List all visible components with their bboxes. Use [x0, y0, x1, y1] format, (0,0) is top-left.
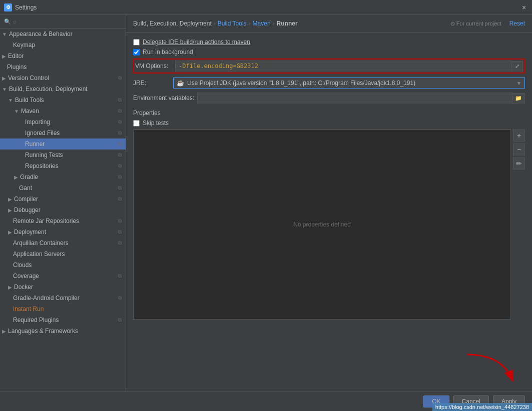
- sidebar-item-label-deployment: Deployment: [14, 228, 46, 236]
- sidebar-item-label-remote-jar: Remote Jar Repositories: [13, 218, 79, 224]
- sidebar-item-label-debugger: Debugger: [14, 206, 41, 214]
- sidebar-item-maven[interactable]: ▼Maven⧉: [0, 106, 126, 116]
- copy-icon-gant: ⧉: [118, 185, 122, 191]
- properties-section: No properties defined + − ✏: [133, 130, 525, 320]
- properties-remove-button[interactable]: −: [513, 144, 525, 156]
- sidebar-item-app-servers[interactable]: Application Servers: [0, 248, 126, 260]
- sidebar-item-label-version-control: Version Control: [8, 74, 49, 82]
- breadcrumb-sep3: ›: [273, 20, 275, 27]
- vm-options-row: VM Options: ⤢: [133, 58, 525, 74]
- copy-icon-gradle: ⧉: [118, 174, 122, 180]
- sidebar-item-label-languages-frameworks: Languages & Frameworks: [8, 328, 78, 334]
- sidebar-item-label-docker: Docker: [14, 284, 33, 290]
- sidebar-item-label-arquillian: Arquillian Containers: [13, 240, 69, 246]
- copy-icon-maven: ⧉: [118, 108, 122, 114]
- search-box: 🔍: [0, 15, 126, 28]
- sidebar-item-running-tests[interactable]: Running Tests⧉: [0, 150, 126, 160]
- sidebar-item-label-appearance: Appearance & Behavior: [9, 30, 73, 38]
- sidebar-item-label-importing: Importing: [25, 118, 50, 126]
- jre-select-wrapper[interactable]: ☕ Use Project JDK (java version "1.8.0_1…: [173, 78, 525, 88]
- copy-icon-running-tests: ⧉: [118, 152, 122, 158]
- sidebar-item-plugins[interactable]: Plugins: [0, 62, 126, 72]
- sidebar-item-gradle[interactable]: ▶Gradle⧉: [0, 172, 126, 182]
- sidebar-item-runner[interactable]: Runner⧉: [0, 138, 126, 150]
- sidebar-item-remote-jar[interactable]: Remote Jar Repositories⧉: [0, 216, 126, 226]
- sidebar-item-build-tools[interactable]: ▼Build Tools⧉: [0, 94, 126, 106]
- sidebar-item-clouds[interactable]: Clouds: [0, 260, 126, 270]
- copy-icon-coverage: ⧉: [118, 273, 122, 279]
- sidebar-item-languages-frameworks[interactable]: ▶Languages & Frameworks: [0, 326, 126, 336]
- properties-header: Properties: [133, 110, 525, 116]
- app-icon: ⚙: [4, 4, 12, 12]
- sidebar: 🔍 ▼Appearance & BehaviorKeymap▶EditorPlu…: [0, 15, 126, 391]
- copy-icon-repositories: ⧉: [118, 163, 122, 169]
- copy-icon-ignored-files: ⧉: [118, 130, 122, 136]
- sidebar-item-version-control[interactable]: ▶Version Control⧉: [0, 72, 126, 84]
- vm-options-input[interactable]: [175, 60, 512, 72]
- sidebar-item-gradle-android[interactable]: Gradle-Android Compiler⧉: [0, 292, 126, 304]
- run-background-checkbox[interactable]: [133, 49, 140, 56]
- breadcrumb-part2[interactable]: Build Tools: [218, 20, 247, 27]
- copy-icon-version-control: ⧉: [118, 75, 122, 81]
- sidebar-item-ignored-files[interactable]: Ignored Files⧉: [0, 128, 126, 138]
- breadcrumb-project: ⊙ For current project: [450, 20, 501, 27]
- sidebar-item-appearance[interactable]: ▼Appearance & Behavior: [0, 28, 126, 40]
- sidebar-item-coverage[interactable]: Coverage⧉: [0, 270, 126, 282]
- sidebar-item-gant[interactable]: Gant⧉: [0, 182, 126, 194]
- sidebar-item-importing[interactable]: Importing⧉: [0, 116, 126, 128]
- properties-add-button[interactable]: +: [513, 130, 525, 142]
- sidebar-item-editor[interactable]: ▶Editor: [0, 50, 126, 62]
- sidebar-item-arquillian[interactable]: Arquillian Containers⧉: [0, 238, 126, 248]
- sidebar-item-repositories[interactable]: Repositories⧉: [0, 160, 126, 172]
- env-vars-label: Environment variables:: [133, 94, 197, 102]
- sidebar-item-label-gradle: Gradle: [20, 174, 38, 180]
- properties-edit-button[interactable]: ✏: [513, 158, 525, 170]
- vm-options-expand-button[interactable]: ⤢: [512, 61, 523, 72]
- sidebar-item-docker[interactable]: ▶Docker: [0, 282, 126, 292]
- breadcrumb-sep1: ›: [214, 20, 216, 27]
- search-input[interactable]: [13, 18, 122, 25]
- sidebar-items: ▼Appearance & BehaviorKeymap▶EditorPlugi…: [0, 28, 126, 336]
- env-vars-input[interactable]: [197, 92, 512, 104]
- skip-tests-checkbox[interactable]: [133, 120, 140, 126]
- sidebar-item-debugger[interactable]: ▶Debugger: [0, 204, 126, 216]
- reset-button[interactable]: Reset: [509, 20, 525, 27]
- vm-options-label: VM Options:: [135, 62, 175, 70]
- main-container: 🔍 ▼Appearance & BehaviorKeymap▶EditorPlu…: [0, 15, 532, 391]
- sidebar-item-label-gradle-android: Gradle-Android Compiler: [13, 294, 80, 302]
- form-content: Delegate IDE build/run actions to maven …: [126, 32, 532, 391]
- sidebar-item-instant-run[interactable]: Instant Run: [0, 304, 126, 314]
- jre-label: JRE:: [133, 80, 173, 86]
- copy-icon-build-tools: ⧉: [118, 97, 122, 103]
- delegate-checkbox[interactable]: [133, 39, 140, 46]
- content-area: Build, Execution, Deployment › Build Too…: [126, 15, 532, 391]
- sidebar-item-label-keymap: Keymap: [13, 42, 35, 48]
- copy-icon-deployment: ⧉: [118, 229, 122, 235]
- jre-select-text: Use Project JDK (java version "1.8.0_191…: [187, 80, 516, 86]
- copy-icon-importing: ⧉: [118, 119, 122, 125]
- sidebar-item-keymap[interactable]: Keymap: [0, 40, 126, 50]
- sidebar-item-deployment[interactable]: ▶Deployment⧉: [0, 226, 126, 238]
- properties-table: No properties defined: [133, 130, 511, 320]
- run-background-checkbox-row: Run in background: [133, 48, 525, 56]
- copy-icon-compiler: ⧉: [118, 196, 122, 202]
- copy-icon-runner: ⧉: [118, 141, 122, 147]
- breadcrumb-bar: Build, Execution, Deployment › Build Too…: [126, 15, 532, 32]
- skip-tests-checkbox-row: Skip tests: [133, 120, 525, 126]
- delegate-checkbox-row: Delegate IDE build/run actions to maven: [133, 38, 525, 46]
- env-vars-browse-button[interactable]: 📁: [512, 93, 525, 104]
- sidebar-item-required-plugins[interactable]: Required Plugins⧉: [0, 314, 126, 326]
- sidebar-item-label-running-tests: Running Tests: [25, 152, 63, 158]
- sidebar-item-label-build-tools: Build Tools: [15, 96, 44, 104]
- delegate-label[interactable]: Delegate IDE build/run actions to maven: [143, 38, 250, 46]
- jre-row: JRE: ☕ Use Project JDK (java version "1.…: [133, 78, 525, 88]
- close-button[interactable]: ×: [520, 4, 528, 12]
- skip-tests-label[interactable]: Skip tests: [143, 120, 169, 126]
- sidebar-item-label-maven: Maven: [21, 108, 39, 114]
- breadcrumb-part3[interactable]: Maven: [253, 20, 271, 27]
- properties-buttons: + − ✏: [513, 130, 525, 170]
- sidebar-item-compiler[interactable]: ▶Compiler⧉: [0, 194, 126, 204]
- run-background-label[interactable]: Run in background: [143, 48, 193, 56]
- sidebar-item-label-required-plugins: Required Plugins: [13, 316, 59, 324]
- sidebar-item-build-execution[interactable]: ▼Build, Execution, Deployment: [0, 84, 126, 94]
